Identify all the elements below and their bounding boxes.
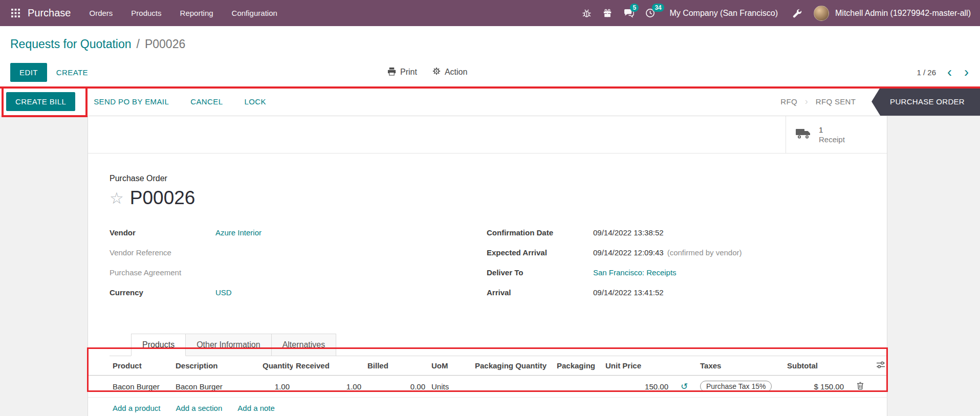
tab-products[interactable]: Products: [131, 334, 186, 356]
action-label: Action: [445, 68, 467, 77]
currency-label: Currency: [110, 288, 215, 298]
table-header-row: Product Description Quantity Received Bi…: [88, 356, 888, 376]
breadcrumb-separator: /: [137, 37, 140, 51]
top-navbar: Purchase Orders Products Reporting Confi…: [0, 0, 980, 26]
systray: 5 34 My Company (San Francisco) Mitchell…: [582, 6, 971, 21]
field-confirmation-date: Confirmation Date 09/14/2022 13:38:52: [487, 228, 865, 238]
create-bill-button[interactable]: CREATE BILL: [6, 92, 75, 111]
optional-columns-icon[interactable]: [877, 361, 885, 368]
field-expected-arrival: Expected Arrival 09/14/2022 12:09:43 (co…: [487, 248, 865, 258]
form-view: 1 Receipt Purchase Order ☆ P00026 Vendor…: [0, 116, 980, 416]
order-line-row[interactable]: Bacon Burger Bacon Burger 1.00 1.00 0.00…: [88, 376, 888, 398]
breadcrumb-parent-link[interactable]: Requests for Quotation: [10, 37, 132, 51]
lock-button[interactable]: LOCK: [238, 93, 272, 111]
confirmation-date-value: 09/14/2022 13:38:52: [593, 228, 664, 238]
price-history-icon[interactable]: ↺: [681, 382, 688, 391]
tab-other-information[interactable]: Other Information: [186, 334, 272, 356]
menu-products[interactable]: Products: [131, 9, 161, 17]
gear-icon: [432, 67, 441, 77]
print-label: Print: [400, 68, 417, 77]
cell-packaging-quantity: [472, 376, 554, 398]
messages-icon[interactable]: 5: [623, 8, 634, 18]
apps-menu-icon[interactable]: [7, 9, 24, 17]
vendor-value[interactable]: Azure Interior: [215, 228, 262, 238]
deliver-to-value[interactable]: San Francisco: Receipts: [593, 268, 677, 278]
field-arrival: Arrival 09/14/2022 13:41:52: [487, 288, 865, 298]
app-name[interactable]: Purchase: [28, 7, 71, 19]
breadcrumb: Requests for Quotation / P00026: [0, 26, 980, 57]
pager-next-icon[interactable]: ›: [963, 65, 970, 79]
add-a-section-link[interactable]: Add a section: [176, 404, 222, 412]
menu-reporting[interactable]: Reporting: [180, 9, 213, 17]
list-footer-links: Add a product Add a section Add a note: [88, 398, 887, 412]
field-vendor: Vendor Azure Interior: [110, 228, 487, 238]
purchase-agreement-label: Purchase Agreement: [110, 268, 215, 278]
create-button[interactable]: CREATE: [50, 63, 94, 81]
col-unit-price: Unit Price: [602, 356, 671, 376]
field-purchase-agreement: Purchase Agreement: [110, 268, 487, 278]
col-quantity: Quantity: [259, 356, 293, 376]
statusbar: CREATE BILL SEND PO BY EMAIL CANCEL LOCK…: [0, 87, 980, 116]
arrival-label: Arrival: [487, 288, 593, 298]
add-a-product-link[interactable]: Add a product: [113, 404, 160, 412]
pager-previous-icon[interactable]: ‹: [946, 65, 953, 79]
activities-badge: 34: [652, 4, 664, 12]
field-currency: Currency USD: [110, 288, 487, 298]
col-description: Description: [172, 356, 259, 376]
menu-configuration[interactable]: Configuration: [232, 9, 277, 17]
control-panel: EDIT CREATE Print Action: [0, 57, 980, 87]
receipt-stat-button[interactable]: 1 Receipt: [786, 116, 887, 153]
truck-icon: [795, 127, 812, 142]
favorite-star-icon[interactable]: ☆: [110, 190, 124, 206]
cell-uom: Units: [428, 376, 472, 398]
receipt-label: Receipt: [819, 135, 845, 145]
user-avatar[interactable]: [814, 6, 829, 21]
send-po-by-email-button[interactable]: SEND PO BY EMAIL: [88, 93, 175, 111]
edit-button[interactable]: EDIT: [10, 63, 47, 82]
breadcrumb-current: P00026: [145, 37, 185, 51]
add-a-note-link[interactable]: Add a note: [237, 404, 275, 412]
cancel-button[interactable]: CANCEL: [184, 93, 229, 111]
state-rfq[interactable]: RFQ: [773, 97, 805, 106]
confirmation-date-label: Confirmation Date: [487, 228, 593, 238]
state-rfq-sent[interactable]: RFQ SENT: [808, 97, 863, 106]
action-menu[interactable]: Action: [432, 67, 467, 77]
sheet: 1 Receipt Purchase Order ☆ P00026 Vendor…: [88, 116, 887, 416]
vendor-reference-label: Vendor Reference: [110, 248, 215, 258]
stat-button-strip: 1 Receipt: [88, 116, 887, 154]
cell-packaging: [554, 376, 602, 398]
support-tools-icon[interactable]: [792, 8, 802, 18]
cell-quantity: 1.00: [259, 376, 293, 398]
activities-icon[interactable]: 34: [645, 8, 655, 18]
expected-arrival-note: (confirmed by vendor): [667, 248, 742, 258]
pager-value[interactable]: 1 / 26: [917, 68, 936, 77]
doc-type-label: Purchase Order: [110, 174, 887, 183]
order-lines-table: Product Description Quantity Received Bi…: [88, 356, 888, 398]
cell-subtotal: $ 150.00: [784, 376, 847, 398]
delete-row-icon[interactable]: [857, 382, 864, 390]
col-taxes: Taxes: [697, 356, 784, 376]
field-deliver-to: Deliver To San Francisco: Receipts: [487, 268, 865, 278]
notebook-tabs: Products Other Information Alternatives: [110, 334, 887, 356]
print-menu[interactable]: Print: [387, 67, 417, 78]
status-pipeline: RFQ › RFQ SENT PURCHASE ORDER: [773, 87, 980, 116]
menu-orders[interactable]: Orders: [90, 9, 113, 17]
notebook: Products Other Information Alternatives: [110, 334, 887, 356]
tab-alternatives[interactable]: Alternatives: [272, 334, 337, 356]
messages-badge: 5: [630, 4, 639, 12]
col-billed: Billed: [364, 356, 428, 376]
statusbar-buttons: CREATE BILL SEND PO BY EMAIL CANCEL LOCK: [6, 92, 272, 111]
sheet-body: Purchase Order ☆ P00026 Vendor Azure Int…: [88, 154, 887, 356]
main-menus: Orders Products Reporting Configuration: [90, 9, 277, 17]
tax-tag: Purchase Tax 15%: [700, 381, 772, 392]
bug-icon[interactable]: [582, 8, 592, 18]
cell-unit-price: 150.00: [602, 376, 671, 398]
state-purchase-order[interactable]: PURCHASE ORDER: [872, 87, 980, 116]
currency-value[interactable]: USD: [215, 288, 232, 298]
user-menu[interactable]: Mitchell Admin (19279942-master-all): [835, 9, 971, 18]
cell-received: 1.00: [293, 376, 364, 398]
company-switcher[interactable]: My Company (San Francisco): [669, 9, 778, 18]
cell-billed: 0.00: [364, 376, 428, 398]
gift-icon[interactable]: [603, 9, 612, 18]
deliver-to-label: Deliver To: [487, 268, 593, 278]
